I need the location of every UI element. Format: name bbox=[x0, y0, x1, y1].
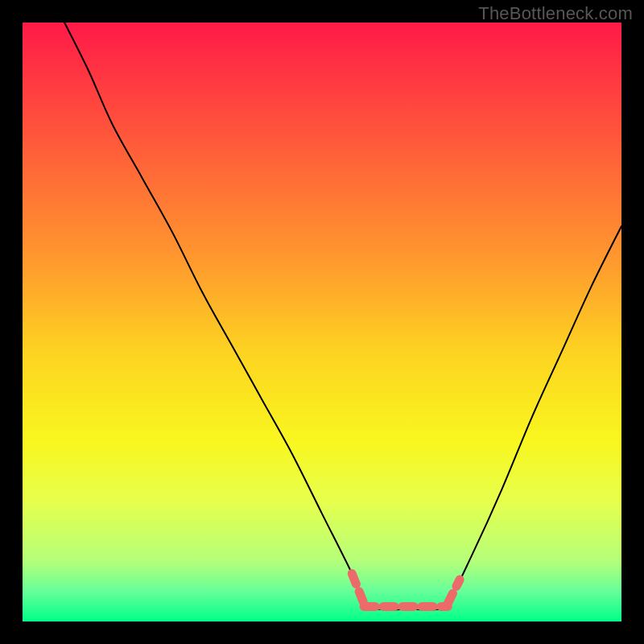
bottleneck-chart bbox=[0, 0, 644, 644]
watermark-text: TheBottleneck.com bbox=[478, 3, 633, 24]
plot-background bbox=[23, 23, 621, 621]
chart-frame: TheBottleneck.com bbox=[0, 0, 644, 644]
